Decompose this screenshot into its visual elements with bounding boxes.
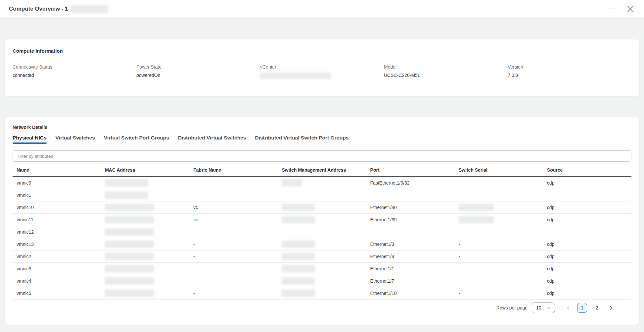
table-cell (101, 226, 189, 238)
redacted-value (105, 265, 154, 272)
column-header-source[interactable]: Source (543, 163, 631, 177)
window-controls (608, 5, 635, 13)
redacted-value (105, 179, 148, 187)
table-cell (101, 201, 189, 213)
table-cell: vmnic0 (13, 177, 101, 189)
table-cell (101, 213, 189, 226)
table-cell: - (189, 238, 278, 250)
redacted-value (459, 204, 494, 211)
redacted-value (105, 192, 148, 199)
tab-distributed-virtual-switches[interactable]: Distributed Virtual Switches (178, 135, 246, 144)
page-button-1[interactable]: 1 (577, 303, 587, 313)
table-cell: cdp (543, 262, 631, 275)
table-cell (278, 189, 366, 201)
next-page-button[interactable] (607, 304, 614, 311)
tab-virtual-switch-port-groups[interactable]: Virtual Switch Port Groups (104, 135, 169, 144)
table-cell (366, 189, 455, 201)
table-cell (189, 226, 278, 238)
column-header-port[interactable]: Port (366, 163, 455, 177)
table-cell: vmnic12 (13, 226, 101, 238)
redacted-value (282, 265, 315, 272)
table-cell: - (189, 287, 278, 299)
redacted-server-name (71, 5, 108, 13)
table-cell (189, 189, 278, 201)
table-cell: FastEthernet1/0/32 (366, 177, 455, 189)
redacted-vcenter-value (260, 73, 331, 79)
table-cell: - (189, 275, 278, 287)
table-cell (278, 250, 366, 262)
table-cell: - (189, 177, 278, 189)
table-header-row: Name MAC Address Fabric Name Switch Mana… (13, 163, 631, 177)
field-label: Version (508, 64, 631, 70)
table-cell: - (455, 287, 543, 299)
network-details-heading: Network Details (13, 125, 631, 130)
redacted-value (105, 216, 154, 223)
table-cell: Ethernet1/4 (366, 250, 455, 262)
compute-information-card: Compute Information Connectivity Status … (5, 39, 639, 96)
table-cell (101, 238, 189, 250)
table-cell: Ethernet1/7 (366, 275, 455, 287)
table-cell: cdp (543, 213, 631, 226)
redacted-value (105, 290, 154, 297)
table-cell (455, 226, 543, 238)
column-header-mac-address[interactable]: MAC Address (101, 163, 189, 177)
field-label: Model (384, 64, 508, 70)
field-power-state: Power State poweredOn (136, 64, 260, 79)
table-cell (278, 275, 366, 287)
redacted-value (282, 241, 315, 248)
table-row: vmnic5-Ethernet1/10-cdp (13, 287, 631, 299)
table-row: vmnic10vcEthernet1/40cdp (13, 201, 631, 213)
redacted-value (459, 216, 494, 223)
redacted-value (105, 253, 154, 260)
network-tabs: Physical NICs Virtual Switches Virtual S… (13, 135, 631, 144)
table-cell: vc (189, 213, 278, 226)
tab-virtual-switches[interactable]: Virtual Switches (56, 135, 95, 144)
page-button-2[interactable]: 2 (592, 303, 602, 313)
table-cell: vmnic2 (13, 250, 101, 262)
tab-distributed-virtual-switch-port-groups[interactable]: Distributed Virtual Switch Port Groups (255, 135, 349, 144)
table-row: vmnic4-Ethernet1/7-cdp (13, 275, 631, 287)
compute-fields: Connectivity Status connected Power Stat… (13, 64, 631, 79)
minimize-icon (608, 5, 616, 13)
redacted-value (282, 277, 315, 285)
filter-input[interactable] (13, 150, 631, 162)
table-cell: cdp (543, 201, 631, 213)
redacted-value (282, 216, 315, 223)
column-header-switch-serial[interactable]: Switch Serial (455, 163, 543, 177)
column-header-fabric-name[interactable]: Fabric Name (189, 163, 278, 177)
table-cell (278, 201, 366, 213)
table-cell: vmnic3 (13, 262, 101, 275)
redacted-value (282, 179, 302, 187)
column-header-name[interactable]: Name (13, 163, 101, 177)
rows-per-page-select[interactable]: 10 (532, 303, 555, 313)
previous-page-button[interactable] (565, 304, 572, 311)
table-cell: - (455, 250, 543, 262)
table-cell: vmnic4 (13, 275, 101, 287)
table-cell (278, 226, 366, 238)
field-label: Connectivity Status (13, 64, 136, 70)
table-cell (278, 213, 366, 226)
table-cell (101, 250, 189, 262)
table-cell: Ethernet1/10 (366, 287, 455, 299)
table-cell: - (189, 262, 278, 275)
table-cell: vc (189, 201, 278, 213)
page-title: Compute Overview - 1 (9, 6, 68, 12)
table-cell (543, 226, 631, 238)
minimize-button[interactable] (608, 5, 616, 13)
table-cell (366, 226, 455, 238)
title-wrap: Compute Overview - 1 (9, 5, 108, 13)
table-row: vmnic11vcEthernet1/39cdp (13, 213, 631, 226)
table-cell (101, 189, 189, 201)
table-cell: Ethernet1/1 (366, 262, 455, 275)
pager: 1 2 (565, 303, 614, 313)
field-value: connected (13, 73, 136, 78)
chevron-right-icon (608, 305, 614, 311)
redacted-value (105, 228, 154, 236)
redacted-value (105, 241, 154, 248)
chevron-left-icon (566, 305, 572, 311)
column-header-switch-management-address[interactable]: Switch Management Address (278, 163, 366, 177)
tab-physical-nics[interactable]: Physical NICs (13, 135, 47, 144)
redacted-value (282, 204, 315, 211)
table-cell (278, 177, 366, 189)
close-button[interactable] (626, 5, 635, 13)
